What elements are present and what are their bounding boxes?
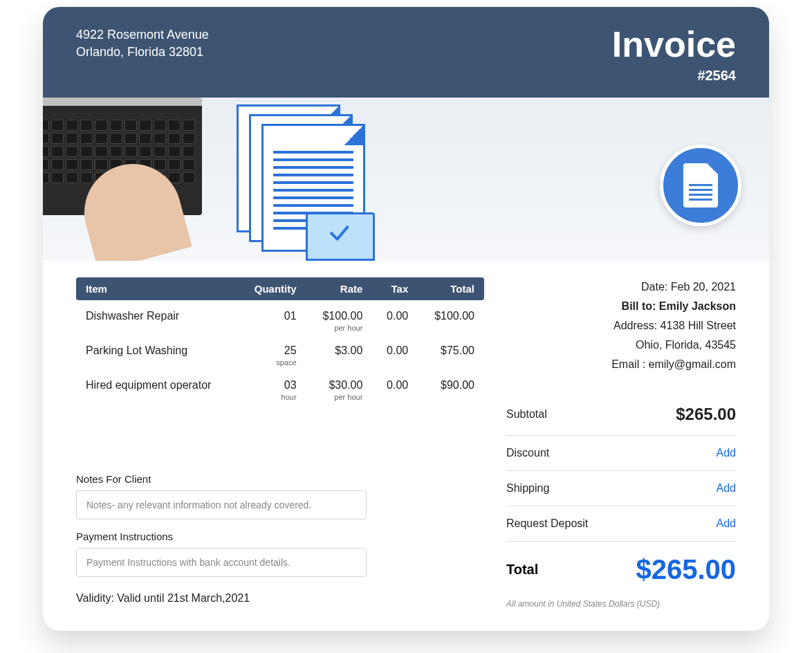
payment-input[interactable] — [76, 548, 367, 577]
add-discount-link[interactable]: Add — [717, 447, 736, 459]
total-value: $265.00 — [636, 554, 736, 585]
cell-total: $100.00 — [418, 300, 484, 335]
cell-item: Parking Lot Washing — [76, 335, 238, 369]
document-badge-icon — [660, 145, 741, 226]
cell-item: Dishwasher Repair — [76, 300, 238, 335]
invoice-card: 4922 Rosemont Avenue Orlando, Florida 32… — [43, 7, 769, 631]
col-total: Total — [418, 277, 484, 300]
invoice-title: Invoice — [612, 26, 736, 62]
deposit-label: Request Deposit — [506, 517, 588, 530]
cell-total: $90.00 — [418, 369, 484, 404]
invoice-body: Item Quantity Rate Tax Total Dishwasher … — [43, 261, 769, 631]
address-line2: Orlando, Florida 32801 — [76, 44, 209, 61]
subtotal-row: Subtotal $265.00 — [506, 394, 736, 436]
banner-image — [43, 98, 769, 261]
bill-address: Address: 4138 Hill Street — [506, 316, 736, 335]
add-shipping-link[interactable]: Add — [717, 482, 736, 495]
subtotal-label: Subtotal — [506, 408, 547, 421]
cell-rate: $100.00per hour — [306, 300, 373, 335]
col-item: Item — [76, 277, 238, 300]
total-row: Total $265.00 — [506, 542, 736, 591]
documents-icon — [237, 104, 389, 257]
notes-section: Notes For Client Payment Instructions Va… — [76, 473, 484, 605]
shipping-row: Shipping Add — [506, 471, 736, 506]
invoice-title-block: Invoice #2564 — [612, 26, 736, 84]
table-row: Hired equipment operator03hour$30.00per … — [76, 369, 484, 404]
col-quantity: Quantity — [238, 277, 306, 300]
payment-label: Payment Instructions — [76, 531, 484, 542]
discount-row: Discount Add — [506, 436, 736, 471]
discount-label: Discount — [506, 447, 549, 459]
cell-quantity: 25space — [238, 335, 306, 369]
invoice-date: Date: Feb 20, 2021 — [506, 277, 736, 297]
address-line1: 4922 Rosemont Avenue — [76, 26, 209, 44]
table-row: Dishwasher Repair01$100.00per hour0.00$1… — [76, 300, 484, 335]
col-rate: Rate — [306, 277, 373, 300]
notes-label: Notes For Client — [76, 473, 484, 485]
col-tax: Tax — [372, 277, 418, 300]
bill-info: Date: Feb 20, 2021 Bill to: Emily Jackso… — [506, 277, 736, 374]
notes-input[interactable] — [76, 490, 367, 519]
line-items-table: Item Quantity Rate Tax Total Dishwasher … — [76, 277, 484, 404]
invoice-header: 4922 Rosemont Avenue Orlando, Florida 32… — [43, 7, 769, 98]
cell-total: $75.00 — [418, 335, 484, 369]
subtotal-value: $265.00 — [676, 405, 736, 424]
bill-email: Email : emily@gmail.com — [506, 355, 736, 374]
cell-quantity: 03hour — [238, 369, 306, 404]
bill-to: Bill to: Emily Jackson — [506, 297, 736, 316]
bill-city: Ohio, Florida, 43545 — [506, 335, 736, 355]
shipping-label: Shipping — [506, 482, 549, 495]
sender-address: 4922 Rosemont Avenue Orlando, Florida 32… — [76, 26, 209, 61]
cell-tax: 0.00 — [372, 369, 418, 404]
table-header-row: Item Quantity Rate Tax Total — [76, 277, 484, 300]
cell-rate: $30.00per hour — [306, 369, 373, 404]
invoice-number: #2564 — [612, 68, 736, 84]
right-column: Date: Feb 20, 2021 Bill to: Emily Jackso… — [506, 277, 736, 609]
left-column: Item Quantity Rate Tax Total Dishwasher … — [76, 277, 484, 609]
laptop-icon — [43, 98, 202, 261]
currency-note: All amount in United States Dollars (USD… — [506, 599, 736, 609]
cell-tax: 0.00 — [372, 335, 418, 369]
cell-item: Hired equipment operator — [76, 369, 238, 404]
total-label: Total — [506, 562, 538, 578]
cell-quantity: 01 — [238, 300, 306, 335]
validity-text: Validity: Valid until 21st March,2021 — [76, 592, 484, 605]
cell-rate: $3.00 — [306, 335, 373, 369]
add-deposit-link[interactable]: Add — [717, 517, 736, 530]
cell-tax: 0.00 — [372, 300, 418, 335]
table-row: Parking Lot Washing25space$3.000.00$75.0… — [76, 335, 484, 369]
deposit-row: Request Deposit Add — [506, 506, 736, 542]
